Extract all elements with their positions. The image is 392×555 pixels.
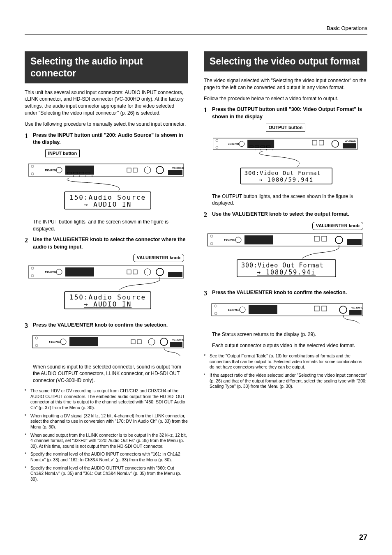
device-diagram-video-3: EDIROL VC-300HD [204,302,367,326]
left-column: Selecting the audio input connector This… [25,51,188,484]
step-number: 2 [204,211,212,219]
video-heading: Selecting the video output format [204,51,367,71]
svg-text:VC-300HD: VC-300HD [172,167,184,169]
svg-rect-29 [168,272,182,277]
svg-text:→  1080/59.94i: → 1080/59.94i [259,176,314,183]
audio-after-1: The INPUT button lights, and the screen … [25,219,188,233]
svg-text:300:Video Out Format: 300:Video Out Format [241,262,324,269]
step-text: Press the VALUE/ENTER knob to confirm th… [212,289,347,297]
svg-text:EDIROL: EDIROL [49,340,61,344]
note-text: See the "Output Format Table" (p. 13) fo… [210,353,367,370]
note-text: The same HDV or DV recording is output f… [30,388,188,411]
page-header: Basic Operations [25,25,367,32]
svg-rect-38 [69,337,98,346]
audio-step-1: 1 Press the INPUT button until "200: Aud… [25,132,188,146]
svg-text:EDIROL: EDIROL [228,142,240,146]
note-text: When inputting a DV signal (32 kHz, 12 b… [30,413,188,430]
svg-text:EDIROL: EDIROL [45,168,57,172]
svg-text:EDIROL: EDIROL [224,238,236,242]
step-number: 1 [25,132,33,146]
svg-rect-44 [170,342,182,347]
svg-text:300:Video Out Format: 300:Video Out Format [244,170,321,176]
audio-intro-1: This unit has several sound input connec… [25,89,188,117]
step-number: 3 [25,322,33,329]
value-knob-label-2: VALUE/ENTER knob [312,222,363,230]
svg-text:EDIROL: EDIROL [45,270,57,274]
device-diagram-audio-2: EDIROL 150:Audio Source → AUDIO IN [25,264,188,313]
svg-text:EDIROL: EDIROL [228,308,240,312]
step-number: 1 [204,106,212,120]
video-intro-2: Follow the procedure below to select a v… [204,95,367,102]
step-text: Use the VALUE/ENTER knob to select the o… [212,211,349,219]
note-text: Specify the nominal level of the AUDIO I… [30,451,188,463]
svg-rect-24 [65,267,94,276]
svg-rect-68 [244,235,273,244]
video-notes: *See the "Output Format Table" (p. 13) f… [204,353,367,389]
svg-rect-81 [249,305,277,314]
svg-text:VC-300HD: VC-300HD [172,339,184,341]
step-text: Press the VALUE/ENTER knob to confirm th… [33,322,168,329]
step-number: 2 [25,236,33,251]
audio-intro-2: Use the following procedure to manually … [25,121,188,128]
svg-rect-59 [343,143,356,148]
device-diagram-audio-3: EDIROL VC-300HD [25,334,188,358]
audio-heading: Selecting the audio input connector [25,51,188,83]
svg-text:VC-300HD: VC-300HD [345,140,356,142]
input-button-label: INPUT button [45,150,80,157]
value-knob-label: VALUE/ENTER knob [133,254,184,262]
right-column: Selecting the video output format The vi… [204,51,367,484]
audio-step-3: 3 Press the VALUE/ENTER knob to confirm … [25,322,188,329]
audio-step-2: 2 Use the VALUE/ENTER knob to select the… [25,236,188,251]
video-step-2: 2 Use the VALUE/ENTER knob to select the… [204,211,367,219]
step-number: 3 [204,289,212,297]
audio-notes: *The same HDV or DV recording is output … [25,388,188,482]
svg-rect-86 [349,310,362,315]
svg-rect-15 [168,170,182,175]
note-text: If the aspect ratio of the video selecte… [210,373,367,389]
audio-after-3: When sound is input to the selected conn… [25,364,188,384]
device-diagram-video-2: EDIROL 300:Video Out Format → 1080/59.94… [204,232,367,281]
svg-text:VC-300HD: VC-300HD [351,306,364,309]
note-text: When sound output from the i.LINK connec… [30,433,188,449]
video-after-3a: The Status screen returns to the display… [204,331,367,338]
page-number: 27 [359,532,367,543]
svg-text:→ 1080/59.94i: → 1080/59.94i [257,269,316,276]
step-text: Press the OUTPUT button until "300: Vide… [212,106,367,120]
video-after-3b: Each output connector outputs video in t… [204,342,367,349]
device-diagram-video-1: EDIROL VC-300HD 300:Video Out Format → 1… [204,134,367,188]
video-step-1: 1 Press the OUTPUT button until "300: Vi… [204,106,367,120]
note-text: Specify the nominal level of the AUDIO O… [30,465,188,482]
video-step-3: 3 Press the VALUE/ENTER knob to confirm … [204,289,367,297]
step-text: Use the VALUE/ENTER knob to select the c… [33,236,188,251]
header-rule [25,35,367,35]
svg-rect-72 [347,239,362,245]
step-text: Press the INPUT button until "200: Audio… [33,132,188,146]
svg-text:→ AUDIO IN: → AUDIO IN [84,300,131,308]
video-intro-1: The video signal selected with "Selectin… [204,77,367,91]
video-after-1: The OUTPUT button lights, and the screen… [204,193,367,207]
svg-text:→  AUDIO IN: → AUDIO IN [84,200,131,208]
output-button-label: OUTPUT button [266,124,305,131]
device-diagram-audio-1: EDIROL VC-300HD 150:Audio Source → AUDIO… [25,160,188,213]
